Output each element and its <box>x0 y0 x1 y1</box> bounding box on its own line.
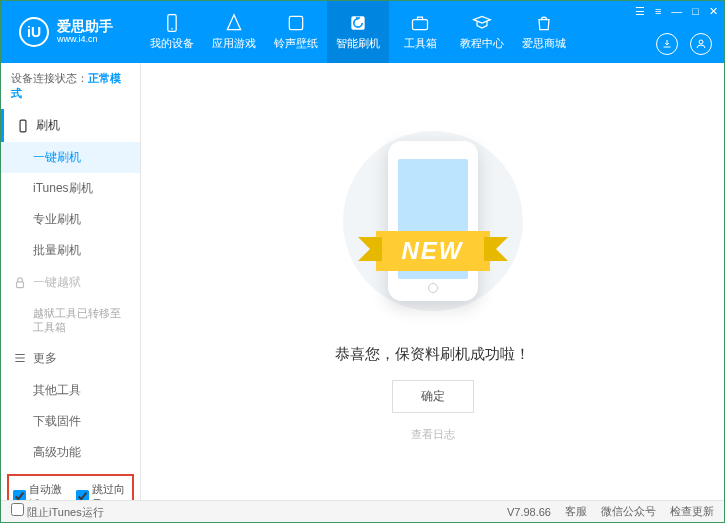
tutorial-icon <box>472 13 492 33</box>
app-url: www.i4.cn <box>57 35 113 45</box>
checkbox-skip-guide[interactable]: 跳过向导 <box>76 482 129 500</box>
checkbox-label: 自动激活 <box>29 482 66 500</box>
phone-icon <box>162 13 182 33</box>
checkbox-auto-activate[interactable]: 自动激活 <box>13 482 66 500</box>
apps-icon <box>224 13 244 33</box>
sidebar-header-label: 更多 <box>33 350 57 367</box>
nav-toolbox[interactable]: 工具箱 <box>389 1 451 63</box>
download-icon <box>661 38 673 50</box>
svg-point-1 <box>171 28 173 30</box>
version-label: V7.98.66 <box>507 506 551 518</box>
checkbox-skip-input[interactable] <box>76 490 89 500</box>
sidebar-item-advanced[interactable]: 高级功能 <box>1 437 140 468</box>
close-icon[interactable]: ✕ <box>709 5 718 18</box>
wallpaper-icon <box>286 13 306 33</box>
list-icon <box>13 351 27 365</box>
nav-apps[interactable]: 应用游戏 <box>203 1 265 63</box>
app-name: 爱思助手 <box>57 19 113 34</box>
check-update-link[interactable]: 检查更新 <box>670 504 714 519</box>
sidebar-jailbreak-note: 越狱工具已转移至工具箱 <box>1 299 140 342</box>
block-itunes-label: 阻止iTunes运行 <box>27 506 104 518</box>
sidebar-header-label: 刷机 <box>36 117 60 134</box>
confirm-button[interactable]: 确定 <box>392 380 474 413</box>
nav-label: 爱思商城 <box>522 36 566 51</box>
nav-label: 铃声壁纸 <box>274 36 318 51</box>
nav-tutorial[interactable]: 教程中心 <box>451 1 513 63</box>
block-itunes-input[interactable] <box>11 503 24 516</box>
checkbox-options: 自动激活 跳过向导 <box>7 474 134 500</box>
new-ribbon: NEW <box>376 231 490 271</box>
nav-ringtone[interactable]: 铃声壁纸 <box>265 1 327 63</box>
sidebar: 设备连接状态：正常模式 刷机 一键刷机 iTunes刷机 专业刷机 批量刷机 一… <box>1 63 141 500</box>
checkbox-auto-input[interactable] <box>13 490 26 500</box>
lock-icon <box>13 276 27 290</box>
nav-label: 我的设备 <box>150 36 194 51</box>
connection-status: 设备连接状态：正常模式 <box>1 63 140 109</box>
footer: 阻止iTunes运行 V7.98.66 客服 微信公众号 检查更新 <box>1 500 724 522</box>
user-button[interactable] <box>690 33 712 55</box>
maximize-icon[interactable]: □ <box>692 5 699 18</box>
settings-icon[interactable]: ≡ <box>655 5 661 18</box>
phone-icon <box>16 119 30 133</box>
sidebar-item-itunes-flash[interactable]: iTunes刷机 <box>1 173 140 204</box>
sidebar-item-batch-flash[interactable]: 批量刷机 <box>1 235 140 266</box>
logo-area: iU 爱思助手 www.i4.cn <box>1 17 141 47</box>
footer-right: V7.98.66 客服 微信公众号 检查更新 <box>507 504 714 519</box>
sidebar-item-download-firmware[interactable]: 下载固件 <box>1 406 140 437</box>
support-link[interactable]: 客服 <box>565 504 587 519</box>
sidebar-more-header[interactable]: 更多 <box>1 342 140 375</box>
wechat-link[interactable]: 微信公众号 <box>601 504 656 519</box>
success-message: 恭喜您，保资料刷机成功啦！ <box>335 345 530 364</box>
checkbox-label: 跳过向导 <box>92 482 129 500</box>
nav-flash[interactable]: 智能刷机 <box>327 1 389 63</box>
nav-label: 应用游戏 <box>212 36 256 51</box>
store-icon <box>534 13 554 33</box>
block-itunes-checkbox[interactable]: 阻止iTunes运行 <box>11 503 104 520</box>
app-header: iU 爱思助手 www.i4.cn 我的设备 应用游戏 铃声壁纸 智能刷机 工具… <box>1 1 724 63</box>
user-icon <box>695 38 707 50</box>
window-controls: ☰ ≡ — □ ✕ <box>635 5 718 18</box>
header-right-buttons <box>656 33 712 55</box>
success-illustration: NEW <box>328 121 538 321</box>
status-label: 设备连接状态： <box>11 72 88 84</box>
svg-point-5 <box>699 40 703 44</box>
footer-left: 阻止iTunes运行 <box>11 503 104 520</box>
sidebar-item-other-tools[interactable]: 其他工具 <box>1 375 140 406</box>
sidebar-jailbreak-header: 一键越狱 <box>1 266 140 299</box>
logo-icon: iU <box>19 17 49 47</box>
content-area: 设备连接状态：正常模式 刷机 一键刷机 iTunes刷机 专业刷机 批量刷机 一… <box>1 63 724 500</box>
svg-rect-4 <box>413 20 428 30</box>
nav-label: 工具箱 <box>404 36 437 51</box>
svg-rect-6 <box>20 120 26 132</box>
nav-my-device[interactable]: 我的设备 <box>141 1 203 63</box>
main-nav: 我的设备 应用游戏 铃声壁纸 智能刷机 工具箱 教程中心 爱思商城 <box>141 1 575 63</box>
view-log-link[interactable]: 查看日志 <box>411 427 455 442</box>
svg-rect-7 <box>17 281 24 287</box>
sidebar-flash-header[interactable]: 刷机 <box>1 109 140 142</box>
phone-graphic <box>388 141 478 301</box>
nav-label: 教程中心 <box>460 36 504 51</box>
sidebar-header-label: 一键越狱 <box>33 274 81 291</box>
flash-icon <box>348 13 368 33</box>
sidebar-item-pro-flash[interactable]: 专业刷机 <box>1 204 140 235</box>
download-button[interactable] <box>656 33 678 55</box>
menu-icon[interactable]: ☰ <box>635 5 645 18</box>
toolbox-icon <box>410 13 430 33</box>
sidebar-item-onekey-flash[interactable]: 一键刷机 <box>1 142 140 173</box>
minimize-icon[interactable]: — <box>671 5 682 18</box>
svg-rect-2 <box>289 16 302 29</box>
main-panel: NEW 恭喜您，保资料刷机成功啦！ 确定 查看日志 <box>141 63 724 500</box>
nav-store[interactable]: 爱思商城 <box>513 1 575 63</box>
nav-label: 智能刷机 <box>336 36 380 51</box>
